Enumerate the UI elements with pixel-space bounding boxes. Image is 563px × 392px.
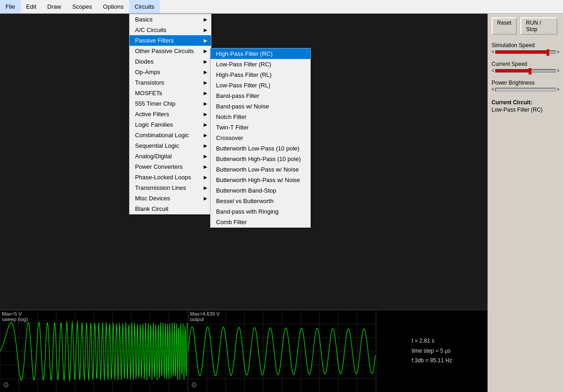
menu-logic-families[interactable]: Logic Families▶ [130, 119, 211, 130]
scope-left-max: Max=5 V [2, 311, 22, 317]
menu-phase-locked[interactable]: Phase-Locked Loops▶ [130, 172, 211, 183]
sub-butterworth-hp-noise[interactable]: Butterworth High-Pass w/ Noise [211, 175, 310, 185]
menu-options[interactable]: Options [97, 0, 129, 13]
power-brightness-track[interactable] [495, 88, 556, 91]
sub-twin-t[interactable]: Twin-T Filter [211, 122, 310, 133]
simulation-speed-slider-row: < > [492, 49, 559, 54]
menu-basics[interactable]: Basics▶ [130, 14, 211, 25]
menu-file[interactable]: File [0, 0, 21, 13]
menu-edit[interactable]: Edit [21, 0, 42, 13]
right-panel: Reset RUN / Stop Simulation Speed < > Cu… [487, 14, 563, 392]
menu-active-filters[interactable]: Active Filters▶ [130, 109, 211, 119]
simulation-speed-track[interactable] [495, 50, 556, 54]
menu-transistors[interactable]: Transistors▶ [130, 77, 211, 88]
menu-misc-devices[interactable]: Misc Devices▶ [130, 193, 211, 204]
menu-op-amps[interactable]: Op-Amps▶ [130, 67, 211, 77]
menu-combinational[interactable]: Combinational Logic▶ [130, 130, 211, 140]
sub-crossover[interactable]: Crossover [211, 133, 310, 143]
menu-draw[interactable]: Draw [42, 0, 66, 13]
current-speed-slider-row: < > [492, 68, 559, 73]
sub-bandpass-noise[interactable]: Band-pass w/ Noise [211, 101, 310, 112]
scope-canvas-right[interactable] [188, 310, 376, 392]
curr-speed-right-arrow[interactable]: > [557, 68, 559, 73]
scope-f3db: f.3db = 85.11 Hz [411, 356, 452, 366]
simulation-speed-label: Simulation Speed [492, 42, 559, 48]
sub-bandpass-ringing[interactable]: Band-pass with Ringing [211, 206, 310, 217]
current-circuit-label: Current Circuit: [492, 99, 559, 106]
sub-butterworth-lp-10[interactable]: Butterworth Low-Pass (10 pole) [211, 143, 310, 154]
power-brightness-label: Power Brightness [492, 80, 559, 86]
scope-left-sweep: sweep (log) [2, 317, 28, 322]
scope-right-gear-icon[interactable]: ⚙ [191, 381, 197, 389]
menu-power-converters[interactable]: Power Converters▶ [130, 161, 211, 172]
menubar: File Edit Draw Scopes Options Circuits [0, 0, 563, 14]
scope-time: t = 2.81 s [411, 336, 452, 346]
sub-butterworth-hp-10[interactable]: Butterworth High-Pass (10 pole) [211, 154, 310, 164]
menu-diodes[interactable]: Diodes▶ [130, 56, 211, 67]
sub-butterworth-bandstop[interactable]: Butterworth Band-Stop [211, 185, 310, 196]
power-brightness-slider-row: < > [492, 87, 559, 92]
scope-right-output: output [190, 317, 204, 322]
scope-left-gear-icon[interactable]: ⚙ [3, 381, 9, 389]
sub-lowpass-rc[interactable]: Low-Pass Filter (RC) [211, 59, 310, 70]
current-circuit-value: Low-Pass Filter (RC) [492, 107, 559, 113]
curr-speed-left-arrow[interactable]: < [492, 68, 494, 73]
menu-scopes[interactable]: Scopes [67, 0, 97, 13]
sub-notch[interactable]: Notch Filter [211, 112, 310, 122]
sub-bessel-butterworth[interactable]: Bessel vs Butterworth [211, 196, 310, 206]
menu-mosfets[interactable]: MOSFETs▶ [130, 88, 211, 98]
menu-sequential[interactable]: Sequential Logic▶ [130, 140, 211, 151]
power-right-arrow[interactable]: > [557, 87, 559, 92]
reset-button[interactable]: Reset [492, 17, 517, 35]
current-speed-track[interactable] [495, 69, 556, 73]
menu-passive-filters[interactable]: Passive Filters▶ [130, 35, 211, 46]
sim-speed-right-arrow[interactable]: > [557, 49, 559, 54]
menu-555-timer[interactable]: 555 Timer Chip▶ [130, 98, 211, 109]
passive-filters-submenu: High-Pass Filter (RC) Low-Pass Filter (R… [210, 48, 311, 228]
menu-analog-digital[interactable]: Analog/Digital▶ [130, 151, 211, 161]
scope-canvas-left[interactable] [0, 310, 188, 392]
sub-bandpass[interactable]: Band-pass Filter [211, 91, 310, 101]
sim-speed-left-arrow[interactable]: < [492, 49, 494, 54]
sub-butterworth-lp-noise[interactable]: Butterworth Low-Pass w/ Noise [211, 164, 310, 175]
scope-time-step: time step = 5 µs [411, 346, 452, 356]
power-left-arrow[interactable]: < [492, 87, 494, 92]
menu-circuits[interactable]: Circuits [129, 0, 160, 13]
sub-comb-filter[interactable]: Comb Filter [211, 217, 310, 227]
scope-info-panel: t = 2.81 s time step = 5 µs f.3db = 85.1… [376, 310, 487, 392]
sub-highpass-rl[interactable]: High-Pass Filter (RL) [211, 70, 310, 80]
menu-blank-circuit[interactable]: Blank Circuit [130, 204, 211, 214]
scope-area: Max=5 V sweep (log) ⚙ Max=4.639 V output… [0, 310, 487, 392]
menu-transmission[interactable]: Transmission Lines▶ [130, 183, 211, 193]
menu-other-passive[interactable]: Other Passive Circuits▶ [130, 46, 211, 56]
sub-highpass-rc[interactable]: High-Pass Filter (RC) [211, 48, 310, 59]
circuits-dropdown: Basics▶ A/C Circuits▶ Passive Filters▶ O… [129, 14, 211, 215]
menu-ac-circuits[interactable]: A/C Circuits▶ [130, 25, 211, 35]
scope-right-max: Max=4.639 V [190, 311, 220, 317]
sub-lowpass-rl[interactable]: Low-Pass Filter (RL) [211, 80, 310, 91]
run-stop-button[interactable]: RUN / Stop [520, 17, 558, 35]
current-speed-label: Current Speed [492, 61, 559, 67]
